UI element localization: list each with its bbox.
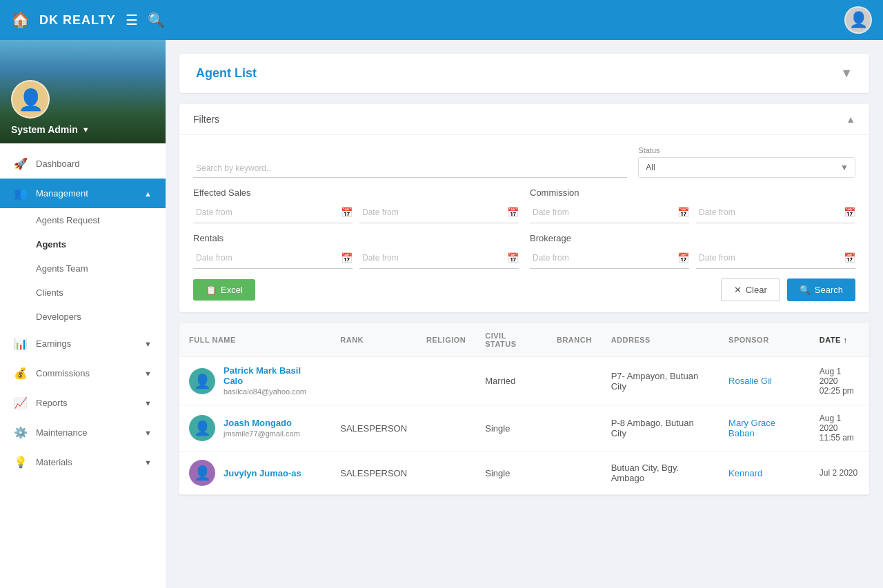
keyword-group — [193, 159, 627, 178]
sidebar-item-agents-request[interactable]: Agents Request — [0, 208, 166, 232]
agent-branch-1 — [547, 357, 602, 405]
brokerage-date-to[interactable] — [696, 250, 844, 265]
agents-request-label: Agents Request — [36, 215, 100, 225]
rentals-date-from[interactable] — [193, 250, 341, 265]
sidebar-item-earnings[interactable]: 📊 Earnings ▼ — [0, 329, 166, 358]
agent-time-val-2: 11:55 am — [820, 433, 860, 443]
status-select[interactable]: All Active Inactive — [638, 157, 855, 178]
logo-icon: 🏠 — [11, 11, 30, 29]
filter-row-keyword: Status All Active Inactive ▼ — [193, 146, 855, 178]
rentals-label: Rentals — [193, 233, 519, 243]
materials-chevron: ▼ — [144, 458, 152, 467]
effected-sales-date-to[interactable] — [359, 205, 507, 220]
calendar-icon-2[interactable]: 📅 — [507, 207, 519, 218]
agent-civil-status-2: Single — [475, 405, 547, 452]
col-full-name[interactable]: FULL NAME — [179, 323, 330, 357]
commission-date-to[interactable] — [696, 205, 844, 220]
brokerage-date-to-group: 📅 — [696, 250, 855, 269]
reports-icon: 📈 — [14, 396, 28, 409]
commissions-icon: 💰 — [14, 367, 28, 380]
col-religion[interactable]: RELIGION — [417, 323, 475, 357]
sidebar-item-agents[interactable]: Agents — [0, 232, 166, 256]
agent-name-3[interactable]: Juvylyn Jumao-as — [224, 468, 301, 478]
excel-button[interactable]: 📋 Excel — [193, 279, 255, 301]
reports-chevron: ▼ — [144, 399, 152, 407]
search-icon-top[interactable]: 🔍 — [148, 12, 165, 28]
agent-sponsor-3: Kennard — [719, 452, 810, 495]
agent-address-1: P7- Ampayon, Butuan City — [602, 357, 719, 405]
commission-date-from[interactable] — [530, 205, 677, 220]
col-sponsor[interactable]: SPONSOR — [719, 323, 810, 357]
col-rank[interactable]: RANK — [330, 323, 417, 357]
agents-team-label: Agents Team — [36, 263, 88, 274]
commission-dates: 📅 📅 — [530, 205, 855, 223]
agent-avatar-3: 👤 — [189, 460, 215, 486]
materials-icon: 💡 — [14, 456, 28, 469]
effected-sales-date-from[interactable] — [193, 205, 341, 220]
sidebar-avatar: 👤 — [11, 80, 50, 119]
calendar-icon-4[interactable]: 📅 — [844, 207, 855, 218]
filter-title: Filters — [193, 114, 219, 125]
clear-label: Clear — [746, 285, 767, 295]
keyword-input[interactable] — [193, 159, 627, 178]
col-address[interactable]: ADDRESS — [602, 323, 719, 357]
sidebar-username[interactable]: System Admin ▼ — [11, 124, 90, 135]
calendar-icon-3[interactable]: 📅 — [677, 207, 689, 218]
agent-email-1: basilcalo84@yahoo.com — [224, 387, 306, 396]
sidebar-item-developers[interactable]: Developers — [0, 305, 166, 329]
earnings-label: Earnings — [36, 338, 71, 349]
sidebar-item-management[interactable]: 👥 Management ▲ — [0, 179, 166, 208]
brokerage-date-from[interactable] — [530, 250, 677, 265]
table-row: 👤 Patrick Mark Basil Calo basilcalo84@ya… — [179, 357, 869, 405]
user-avatar[interactable]: 👤 — [844, 6, 872, 34]
calendar-icon-8[interactable]: 📅 — [844, 252, 855, 263]
table-header: FULL NAME RANK RELIGION CIVIL STATUS BRA… — [179, 323, 869, 357]
table-row: 👤 Juvylyn Jumao-as SALESPERSON Single — [179, 452, 869, 495]
commission-section: Commission 📅 📅 — [530, 187, 855, 223]
clear-button[interactable]: ✕ Clear — [721, 278, 780, 301]
col-branch[interactable]: BRANCH — [547, 323, 602, 357]
agent-date-2: Aug 1 2020 11:55 am — [810, 405, 869, 452]
sidebar-item-materials[interactable]: 💡 Materials ▼ — [0, 447, 166, 477]
calendar-icon-1[interactable]: 📅 — [341, 207, 353, 218]
calendar-icon-5[interactable]: 📅 — [341, 252, 353, 263]
sponsor-link-3[interactable]: Kennard — [728, 468, 762, 478]
brokerage-label: Brokerage — [530, 233, 855, 243]
agent-date-val-1: Aug 1 2020 — [820, 367, 860, 386]
main-layout: 👤 System Admin ▼ 🚀 Dashboard 👥 Managemen… — [0, 40, 883, 588]
col-date[interactable]: DATE ↑ — [810, 323, 869, 357]
calendar-icon-7[interactable]: 📅 — [677, 252, 689, 263]
filter-header: Filters ▲ — [179, 104, 869, 135]
calendar-icon-6[interactable]: 📅 — [507, 252, 519, 263]
agent-time-val-1: 02:25 pm — [820, 386, 860, 396]
developers-label: Developers — [36, 312, 81, 322]
filter-toggle-icon[interactable]: ▼ — [840, 66, 853, 81]
earnings-chevron: ▼ — [144, 340, 152, 348]
sponsor-link-1[interactable]: Rosalie Gil — [728, 376, 772, 386]
rentals-date-to[interactable] — [359, 250, 507, 265]
agent-name-cell-3: 👤 Juvylyn Jumao-as — [179, 452, 330, 495]
agent-religion-2 — [417, 405, 475, 452]
commission-date-from-group: 📅 — [530, 205, 689, 223]
col-civil-status[interactable]: CIVIL STATUS — [475, 323, 547, 357]
sidebar-item-clients[interactable]: Clients — [0, 281, 166, 305]
username-label: System Admin — [11, 124, 78, 135]
agent-avatar-2: 👤 — [189, 415, 215, 441]
agent-name-1[interactable]: Patrick Mark Basil Calo — [224, 365, 321, 386]
agent-email-2: jmsmile77@gmail.com — [224, 429, 300, 438]
filter-collapse-icon[interactable]: ▲ — [846, 114, 855, 125]
agent-name-2[interactable]: Joash Mongado — [224, 418, 300, 428]
maintenance-label: Maintenance — [36, 427, 87, 438]
search-button[interactable]: 🔍 Search — [787, 278, 855, 301]
sponsor-link-2[interactable]: Mary Grace Baban — [728, 418, 775, 438]
sidebar-item-agents-team[interactable]: Agents Team — [0, 256, 166, 281]
agent-religion-1 — [417, 357, 475, 405]
page-header: Agent List ▼ — [179, 54, 869, 93]
status-group: Status All Active Inactive ▼ — [638, 146, 855, 178]
sidebar-item-reports[interactable]: 📈 Reports ▼ — [0, 388, 166, 418]
topnav-left: 🏠 DK REALTY ☰ 🔍 — [11, 11, 165, 29]
sidebar-item-dashboard[interactable]: 🚀 Dashboard — [0, 149, 166, 179]
sidebar-item-commissions[interactable]: 💰 Commissions ▼ — [0, 358, 166, 388]
sidebar-item-maintenance[interactable]: ⚙️ Maintenance ▼ — [0, 418, 166, 447]
hamburger-icon[interactable]: ☰ — [126, 12, 138, 28]
